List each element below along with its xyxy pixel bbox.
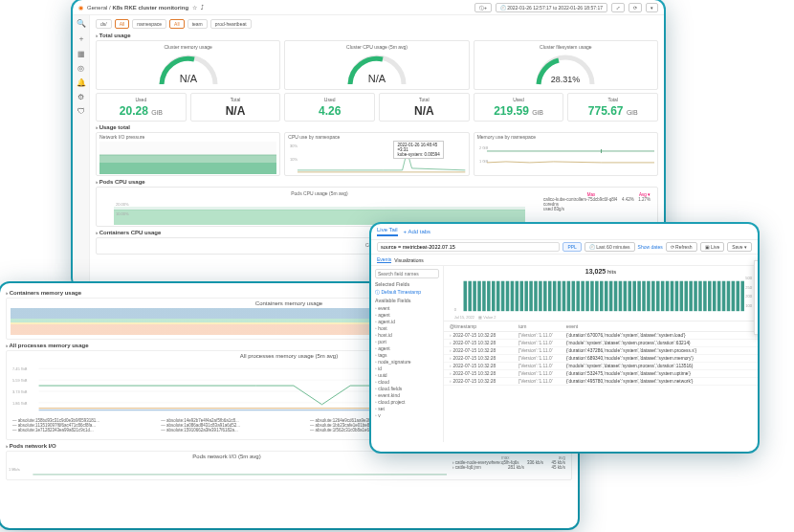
tab-events[interactable]: Events bbox=[377, 256, 391, 263]
field-item[interactable]: ◦ uuid bbox=[375, 371, 439, 378]
section-header[interactable]: › Total usage bbox=[96, 33, 658, 38]
section-header[interactable]: › Pods CPU usage bbox=[96, 179, 658, 185]
svg-rect-76 bbox=[684, 281, 688, 311]
search-icon[interactable]: 🔍 bbox=[77, 19, 86, 28]
field-item[interactable]: ◦ host bbox=[375, 324, 439, 331]
tab-visualizations[interactable]: Visualizations bbox=[394, 257, 423, 263]
gear-icon[interactable]: ⚙ bbox=[77, 93, 84, 101]
log-row[interactable]: 2022-07-15 10:32:28['Version':'1.11.0'{'… bbox=[444, 340, 758, 347]
menu-item[interactable]: 1h bbox=[757, 317, 758, 324]
field-item[interactable]: ◦ tags bbox=[375, 351, 439, 358]
field-item[interactable]: ◦ cloud bbox=[375, 378, 439, 385]
svg-rect-30 bbox=[468, 281, 472, 311]
tab-live-tail[interactable]: Live Tail bbox=[377, 227, 398, 236]
plus-icon[interactable]: ＋ bbox=[77, 33, 85, 44]
menu-item[interactable]: 30m bbox=[757, 309, 758, 317]
menu-item[interactable]: 15m bbox=[757, 301, 758, 309]
menu-item[interactable]: 1h bbox=[757, 278, 758, 286]
svg-text:3.73 GiB: 3.73 GiB bbox=[12, 389, 28, 394]
lang-toggle[interactable]: PPL bbox=[562, 242, 581, 252]
legend-item[interactable]: — absolute:1e71282343ea99a821c9c1d... bbox=[12, 428, 153, 432]
tag[interactable]: ds/ bbox=[96, 19, 112, 29]
field-item[interactable]: ◦ event.kind bbox=[375, 391, 439, 398]
tag[interactable]: All bbox=[115, 19, 130, 29]
log-row[interactable]: 2022-07-15 10:32:28['Version':'1.11.0'{'… bbox=[444, 332, 758, 340]
show-dates-link[interactable]: Show dates bbox=[638, 244, 663, 250]
stat-value: N/A bbox=[226, 104, 246, 118]
time-range-picker[interactable]: 🕘 2022-01-26 12:57:17 to 2022-01-26 18:5… bbox=[496, 3, 607, 12]
svg-rect-50 bbox=[562, 281, 566, 311]
share-icon[interactable]: ⤴ bbox=[201, 5, 204, 11]
save-button[interactable]: Save ▾ bbox=[727, 242, 752, 252]
interval-menu[interactable]: Stop1m1h2h5m15m30m1h2h bbox=[754, 260, 758, 335]
tag[interactable]: namespace bbox=[132, 19, 166, 29]
refresh-button[interactable]: ⟳ Refresh bbox=[666, 242, 697, 252]
gauge-chart: N/A bbox=[156, 52, 221, 86]
svg-rect-53 bbox=[576, 281, 580, 311]
refresh-button[interactable]: ⟳ bbox=[629, 3, 642, 12]
svg-rect-39 bbox=[511, 281, 515, 311]
shield-icon[interactable]: 🛡 bbox=[77, 107, 85, 116]
col-header[interactable]: event bbox=[566, 323, 752, 329]
tag[interactable]: team bbox=[187, 19, 208, 29]
svg-text:10.00%: 10.00% bbox=[116, 211, 129, 216]
tag[interactable]: All bbox=[169, 19, 185, 29]
field-item[interactable]: ◦ v bbox=[375, 411, 439, 418]
log-row[interactable]: 2022-07-15 10:32:28['Version':'1.11.0'{'… bbox=[444, 370, 758, 378]
field-item[interactable]: ◦ event bbox=[375, 304, 439, 311]
panel-title: Cluster CPU usage (5m avg) bbox=[346, 44, 408, 50]
col-header[interactable]: @timestamp bbox=[450, 323, 518, 329]
grafana-sidebar: 🔍 ＋ ▦ ◎ 🔔 ⚙ 🛡 bbox=[73, 15, 90, 287]
field-item[interactable]: ◦ cloud.project bbox=[375, 398, 439, 405]
time-picker[interactable]: 🕘 Last 60 minutes bbox=[584, 242, 635, 252]
col-header[interactable]: tom bbox=[518, 323, 566, 329]
svg-rect-60 bbox=[609, 281, 613, 311]
field-item[interactable]: ◦ agent bbox=[375, 344, 439, 351]
field-item[interactable]: ◦ agent bbox=[375, 311, 439, 318]
field-item[interactable]: ◦ port bbox=[375, 338, 439, 344]
field-item[interactable]: ◦ id bbox=[375, 365, 439, 371]
dashboards-icon[interactable]: ▦ bbox=[77, 50, 85, 58]
line-chart: 2 GB1 GB bbox=[477, 142, 654, 174]
svg-rect-65 bbox=[632, 281, 636, 311]
svg-rect-79 bbox=[698, 281, 702, 311]
chart-panel: Pods CPU usage (5m avg) 20.00%10.00% Max… bbox=[96, 187, 658, 227]
star-icon[interactable] bbox=[192, 4, 197, 11]
field-item[interactable]: ◦ set bbox=[375, 405, 439, 411]
menu-item[interactable]: 1m bbox=[757, 271, 758, 278]
section-header[interactable]: › Usage total bbox=[96, 124, 658, 130]
query-input[interactable] bbox=[377, 242, 560, 252]
field-search-input[interactable] bbox=[375, 269, 439, 278]
menu-item[interactable]: Stop bbox=[757, 263, 758, 271]
live-button[interactable]: ▣ Live bbox=[700, 242, 725, 252]
alert-icon[interactable]: 🔔 bbox=[77, 78, 86, 87]
explore-icon[interactable]: ◎ bbox=[77, 64, 84, 73]
tag[interactable]: prod-heartbeat bbox=[210, 19, 252, 29]
field-item[interactable]: ◦ node_signature bbox=[375, 358, 439, 365]
add-panel-button[interactable]: ⓘ+ bbox=[474, 3, 492, 12]
zoom-out-button[interactable]: ⤢ bbox=[611, 3, 625, 12]
breadcrumb[interactable]: General / K8s RKE cluster monitoring bbox=[87, 5, 188, 11]
svg-rect-37 bbox=[501, 281, 505, 311]
svg-rect-51 bbox=[567, 281, 571, 311]
log-row[interactable]: 2022-07-15 10:32:28['Version':'1.11.0'{'… bbox=[444, 363, 758, 370]
panel-title: Pods network I/O (5m avg) bbox=[7, 452, 447, 461]
field-item[interactable]: ◦ agent.id bbox=[375, 318, 439, 324]
log-row[interactable]: 2022-07-15 10:32:28['Version':'1.11.0'{'… bbox=[444, 347, 758, 355]
svg-rect-46 bbox=[543, 281, 547, 311]
svg-rect-56 bbox=[590, 281, 594, 311]
field-item[interactable]: ◦ host.id bbox=[375, 331, 439, 338]
log-row[interactable]: 2022-07-15 10:32:28['Version':'1.11.0'{'… bbox=[444, 355, 758, 363]
log-row[interactable]: 2022-07-15 10:32:28['Version':'1.11.0'{'… bbox=[444, 378, 758, 386]
field-item[interactable]: ◦ cloud.fields bbox=[375, 385, 439, 391]
add-tabs-button[interactable]: + Add tabs bbox=[404, 229, 431, 234]
field-item[interactable]: ⓘ Default Timestamp bbox=[375, 288, 439, 295]
menu-item[interactable]: 2h bbox=[757, 286, 758, 294]
svg-text:N/A: N/A bbox=[368, 73, 386, 84]
svg-text:0: 0 bbox=[454, 307, 457, 312]
legend-item[interactable]: — absolute:15910662a3fe3917f6182a... bbox=[161, 428, 301, 432]
gauge-panel: Cluster CPU usage (5m avg) N/A bbox=[284, 40, 469, 90]
menu-item[interactable]: 2h bbox=[757, 324, 758, 332]
settings-button[interactable]: ▾ bbox=[646, 3, 658, 12]
menu-item[interactable]: 5m bbox=[757, 294, 758, 301]
